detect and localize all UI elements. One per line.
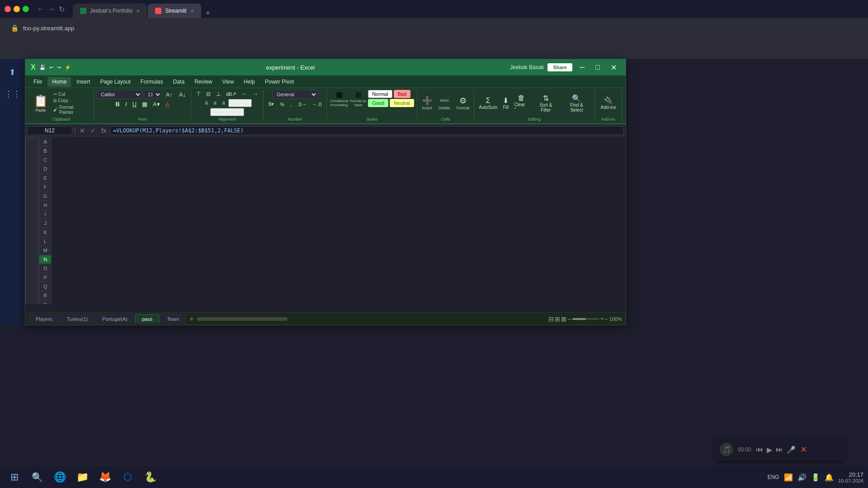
back-btn[interactable]: ←: [37, 5, 44, 13]
col-header-L[interactable]: L: [39, 237, 52, 246]
col-header-C[interactable]: C: [39, 155, 52, 164]
taskbar-search-btn[interactable]: 🔍: [27, 467, 47, 487]
excel-redo-btn[interactable]: ↪: [57, 65, 61, 70]
bold-btn[interactable]: B: [113, 100, 122, 108]
format-cells-btn[interactable]: ⚙ Format: [455, 95, 472, 111]
style-good[interactable]: Good: [368, 99, 388, 107]
taskbar-python-btn[interactable]: 🐍: [140, 467, 160, 487]
taskbar-explorer-btn[interactable]: 📁: [72, 467, 92, 487]
reload-btn[interactable]: ↻: [59, 5, 65, 14]
tab-streamlit[interactable]: Streamlit ✕: [148, 4, 201, 18]
col-header-G[interactable]: G: [39, 192, 52, 201]
cancel-formula-btn[interactable]: ✕: [78, 126, 87, 135]
menu-view[interactable]: View: [218, 77, 239, 87]
align-center-btn[interactable]: ≡: [211, 99, 219, 107]
taskbar-clock[interactable]: 20:17 10-07-2024: [838, 471, 863, 483]
col-header-D[interactable]: D: [39, 164, 52, 174]
cut-btn[interactable]: ✂ Cut: [52, 91, 91, 97]
align-right-btn[interactable]: ≡: [220, 99, 227, 107]
autosum-btn[interactable]: Σ AutoSum: [477, 96, 499, 111]
menu-formulas[interactable]: Formulas: [136, 77, 168, 87]
col-header-I[interactable]: I: [39, 210, 52, 219]
increase-decimal-btn[interactable]: .0→: [295, 100, 309, 108]
menu-page-layout[interactable]: Page Layout: [95, 77, 135, 87]
sheet-tab-players[interactable]: Players: [29, 314, 59, 324]
col-header-B[interactable]: B: [39, 146, 52, 155]
format-as-table-btn[interactable]: ⊞ Format asTable: [350, 90, 366, 107]
fill-btn[interactable]: ⬇ Fill: [501, 95, 510, 111]
indent-decrease-btn[interactable]: ←: [240, 90, 250, 98]
sheet-tab-portugal[interactable]: Portugal(A): [95, 314, 134, 324]
menu-review[interactable]: Review: [190, 77, 217, 87]
font-color-btn[interactable]: A: [163, 100, 172, 108]
addins-btn[interactable]: 🔌 Add-ins: [599, 95, 618, 111]
excel-maximize-btn[interactable]: □: [592, 62, 604, 72]
media-next-btn[interactable]: ⏭: [776, 446, 783, 454]
taskbar-edge-btn[interactable]: 🌐: [50, 467, 70, 487]
add-sheet-btn[interactable]: +: [187, 314, 196, 324]
browser-close-btn[interactable]: [5, 6, 11, 12]
align-middle-btn[interactable]: ⊟: [204, 90, 213, 98]
copy-btn[interactable]: ⧉ Copy: [52, 98, 91, 104]
style-bad[interactable]: Bad: [394, 90, 411, 98]
menu-data[interactable]: Data: [169, 77, 189, 87]
menu-file[interactable]: File: [29, 77, 47, 87]
col-header-F[interactable]: F: [39, 183, 52, 192]
address-bar[interactable]: 🔒 foo-py.streamlit.app: [4, 20, 864, 36]
paste-btn[interactable]: 📋 Paste: [32, 92, 50, 114]
tab-portfolio[interactable]: Jeebak's Portfolio ✕: [73, 4, 147, 18]
col-header-S[interactable]: S: [39, 300, 52, 305]
indent-increase-btn[interactable]: →: [250, 90, 260, 98]
italic-btn[interactable]: I: [123, 100, 129, 108]
menu-help[interactable]: Help: [239, 77, 259, 87]
menu-home[interactable]: Home: [47, 77, 71, 87]
zoom-minus-btn[interactable]: ─: [567, 316, 571, 322]
decrease-font-btn[interactable]: A↓: [177, 90, 188, 99]
forward-btn[interactable]: →: [48, 5, 55, 13]
currency-btn[interactable]: $▾: [266, 100, 276, 108]
sheet-scrollbar[interactable]: [197, 317, 547, 321]
border-btn[interactable]: ▦: [140, 100, 150, 108]
browser-max-btn[interactable]: [23, 6, 29, 12]
excel-minimize-btn[interactable]: ─: [576, 62, 588, 72]
find-select-btn[interactable]: 🔍 Find & Select: [561, 93, 592, 113]
col-header-P[interactable]: P: [39, 273, 52, 282]
font-size-select[interactable]: 11: [144, 90, 162, 99]
excel-share-btn[interactable]: Share: [547, 63, 572, 71]
conditional-formatting-btn[interactable]: ▦ ConditionalFormatting: [330, 90, 348, 107]
col-header-E[interactable]: E: [39, 174, 52, 183]
col-header-H[interactable]: H: [39, 201, 52, 210]
streamlit-tab-close[interactable]: ✕: [190, 9, 194, 14]
col-header-J[interactable]: J: [39, 219, 52, 228]
portfolio-tab-close[interactable]: ✕: [136, 9, 140, 14]
confirm-formula-btn[interactable]: ✓: [89, 126, 98, 135]
fill-color-btn[interactable]: A▾: [151, 100, 162, 108]
sheet-tab-pass[interactable]: pass: [135, 314, 159, 324]
col-header-Q[interactable]: Q: [39, 282, 52, 291]
align-bottom-btn[interactable]: ⊥: [214, 90, 223, 98]
font-name-select[interactable]: Calibri: [97, 90, 142, 99]
text-orientation-btn[interactable]: ab↗: [224, 90, 239, 98]
view-page-break-btn[interactable]: ⊠: [561, 315, 566, 323]
align-left-btn[interactable]: ≡: [203, 99, 210, 107]
col-header-M[interactable]: M: [39, 246, 52, 255]
delete-cells-btn[interactable]: ➖ Delete: [437, 95, 452, 111]
wrap-text-btn[interactable]: Wrap Text: [228, 99, 252, 107]
merge-center-btn[interactable]: Merge & Center: [210, 108, 245, 116]
insert-function-btn[interactable]: fx: [99, 126, 108, 135]
excel-quick-save[interactable]: 💾: [39, 65, 46, 70]
sheet-tab-turkey[interactable]: Turkey(1): [60, 314, 95, 324]
style-neutral[interactable]: Neutral: [390, 99, 414, 107]
browser-min-btn[interactable]: [14, 6, 20, 12]
drag-btn[interactable]: ⋮⋮: [4, 85, 22, 103]
taskbar-vscode-btn[interactable]: ⬡: [118, 467, 137, 487]
media-close-btn[interactable]: ✕: [800, 445, 807, 455]
sort-filter-btn[interactable]: ⇅ Sort & Filter: [532, 93, 560, 113]
taskbar-start-btn[interactable]: ⊞: [5, 467, 24, 487]
formula-input[interactable]: [110, 126, 624, 135]
spreadsheet-scroll[interactable]: A B C D E F G H I J K L M N O: [25, 137, 626, 304]
align-top-btn[interactable]: ⊤: [194, 90, 203, 98]
excel-close-btn[interactable]: ✕: [607, 62, 620, 73]
media-prev-btn[interactable]: ⏮: [756, 446, 763, 454]
excel-undo-btn[interactable]: ↩: [49, 65, 53, 70]
